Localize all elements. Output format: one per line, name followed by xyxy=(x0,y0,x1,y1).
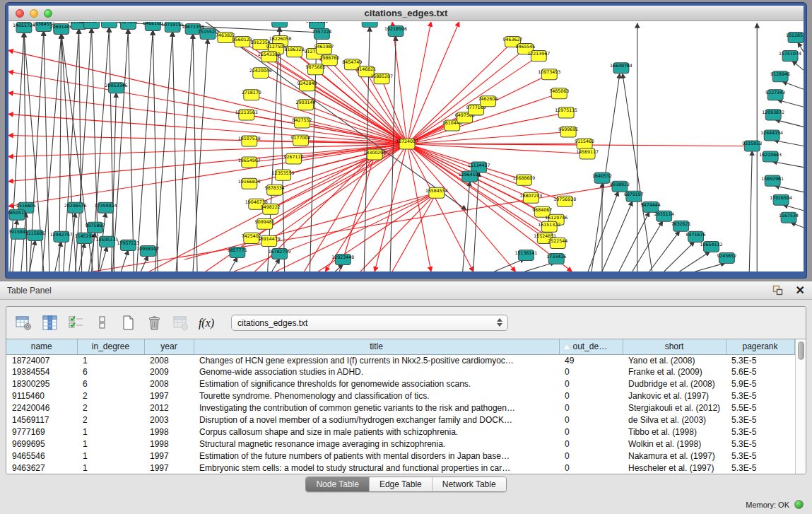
table-cell[interactable]: 1 xyxy=(77,426,144,438)
graph-node[interactable]: 7515520 xyxy=(198,29,218,40)
table-cell[interactable]: 5.3E-5 xyxy=(726,450,794,462)
graph-node[interactable]: 12213967 xyxy=(527,51,550,62)
graph-node[interactable]: 12213563 xyxy=(235,110,258,120)
graph-edge[interactable] xyxy=(407,22,431,144)
graph-node[interactable]: 2522544 xyxy=(548,238,567,248)
graph-node[interactable]: 9215953 xyxy=(742,141,762,151)
citation-network-graph[interactable]: 1872400718300295155845547463822956012389… xyxy=(8,22,804,271)
graph-node[interactable]: 9099481 xyxy=(255,218,275,229)
graph-edge[interactable] xyxy=(93,185,618,271)
graph-edge[interactable] xyxy=(791,223,804,228)
graph-node[interactable]: 15272602 xyxy=(306,22,329,29)
table-cell[interactable]: 1997 xyxy=(144,390,194,402)
graph-node[interactable]: 9975887 xyxy=(86,222,105,233)
graph-node[interactable]: 7632621 xyxy=(671,221,691,231)
graph-node[interactable]: 9875685 xyxy=(306,64,326,75)
network-table-selector[interactable]: citations_edges.txt xyxy=(231,315,508,331)
column-header-title[interactable]: title xyxy=(194,339,559,354)
graph-edge[interactable] xyxy=(772,162,804,168)
table-cell[interactable]: 2 xyxy=(77,402,144,414)
graph-edge[interactable] xyxy=(121,250,128,271)
graph-node[interactable]: 7485063 xyxy=(549,88,569,99)
graph-edge[interactable] xyxy=(588,192,618,271)
table-row[interactable]: 969969511998Structural magnetic resonanc… xyxy=(6,438,794,450)
table-cell[interactable]: 1997 xyxy=(144,462,194,474)
graph-edge[interactable] xyxy=(275,144,407,189)
table-cell[interactable]: 0 xyxy=(559,450,623,462)
graph-node[interactable]: 1527602 xyxy=(118,22,138,30)
close-panel-icon[interactable]: ✕ xyxy=(796,286,805,296)
table-cell[interactable]: 2 xyxy=(77,390,144,402)
float-panel-icon[interactable] xyxy=(770,282,787,299)
graph-edge[interactable] xyxy=(272,259,280,271)
graph-node[interactable]: 19654907 xyxy=(238,157,261,168)
graph-node[interactable]: 20053346 xyxy=(105,83,128,93)
graph-edge[interactable] xyxy=(473,173,479,271)
graph-node[interactable]: 10719155 xyxy=(161,22,184,33)
table-row[interactable]: 1456911722003Disruption of a novel membe… xyxy=(6,414,794,426)
graph-edge[interactable] xyxy=(602,201,632,271)
table-cell[interactable]: Franke et al. (2009) xyxy=(623,366,726,378)
graph-node[interactable]: 9115460 xyxy=(575,139,594,149)
graph-edge[interactable] xyxy=(153,30,158,271)
table-cell[interactable]: 0 xyxy=(559,414,623,426)
table-cell[interactable]: 2009 xyxy=(144,366,194,378)
graph-node[interactable]: 10688609 xyxy=(512,175,535,185)
table-cell[interactable]: 18300295 xyxy=(6,378,77,390)
table-row[interactable]: 1938455462009Genome-wide association stu… xyxy=(6,366,794,378)
graph-edge[interactable] xyxy=(55,242,61,271)
graph-node[interactable]: 9878334 xyxy=(265,185,285,195)
graph-node[interactable]: 2935114 xyxy=(654,211,674,221)
function-builder-icon[interactable]: f(x) xyxy=(198,315,215,332)
table-cell[interactable]: 9465546 xyxy=(6,450,77,462)
table-cell[interactable]: Hescheler et al. (1997) xyxy=(623,462,726,474)
column-header-pagerank[interactable]: pagerank xyxy=(726,339,794,354)
graph-node[interactable]: 18107538 xyxy=(238,136,261,146)
tab-edge-table[interactable]: Edge Table xyxy=(369,477,432,491)
graph-node[interactable]: 12942757 xyxy=(50,231,73,242)
table-cell[interactable]: Estimation of significance thresholds fo… xyxy=(194,378,559,390)
graph-edge[interactable] xyxy=(136,30,153,271)
graph-node[interactable]: 15885207 xyxy=(370,74,393,84)
network-window[interactable]: citations_edges.txt 18724007183002951558… xyxy=(6,3,806,278)
graph-edge[interactable] xyxy=(176,34,193,271)
graph-edge[interactable] xyxy=(335,264,343,271)
graph-node[interactable]: 15692961 xyxy=(761,175,784,186)
graph-node[interactable]: 10958107 xyxy=(136,245,159,256)
graph-edge[interactable] xyxy=(774,140,804,146)
graph-edge[interactable] xyxy=(306,105,407,144)
graph-node[interactable]: 1733426 xyxy=(546,253,566,264)
table-cell[interactable]: 2012 xyxy=(144,402,194,414)
table-cell[interactable]: 1998 xyxy=(144,426,194,438)
graph-node[interactable]: 10654112 xyxy=(700,241,723,252)
graph-node[interactable]: 6879197 xyxy=(624,191,644,201)
table-cell[interactable]: 0 xyxy=(559,462,623,474)
graph-node[interactable]: 15584554 xyxy=(425,187,448,198)
graph-node[interactable]: 8938923 xyxy=(610,181,630,192)
network-window-titlebar[interactable]: citations_edges.txt xyxy=(8,6,804,21)
zoom-window-button[interactable] xyxy=(44,9,52,18)
graph-node[interactable]: 15751074 xyxy=(779,51,801,62)
table-cell[interactable]: Yano et al. (2008) xyxy=(623,354,726,366)
graph-node[interactable]: 19166825 xyxy=(238,178,261,189)
graph-edge[interactable] xyxy=(13,220,17,271)
graph-node[interactable]: 19756928 xyxy=(553,196,576,206)
column-header-out_de[interactable]: out_de… xyxy=(559,339,623,354)
table-row[interactable]: 911546021997Tourette syndrome. Phenomeno… xyxy=(6,390,794,402)
graph-edge[interactable] xyxy=(777,100,804,107)
table-cell[interactable]: Tourette syndrome. Phenomenology and cla… xyxy=(194,390,559,402)
table-row[interactable]: 1872400712008Changes of HCN gene express… xyxy=(6,354,794,366)
graph-edge[interactable] xyxy=(649,231,680,271)
graph-node[interactable]: 17359924 xyxy=(95,202,117,213)
table-cell[interactable]: 2008 xyxy=(144,354,194,366)
table-cell[interactable]: Wolkin et al. (1998) xyxy=(623,438,726,450)
table-cell[interactable]: 5.3E-5 xyxy=(726,390,794,402)
table-cell[interactable]: Estimation of the future numbers of pati… xyxy=(194,450,559,462)
tab-node-table[interactable]: Node Table xyxy=(306,477,369,491)
graph-node[interactable]: 16914479 xyxy=(258,235,281,246)
table-cell[interactable]: 5.3E-5 xyxy=(726,354,794,366)
graph-edge[interactable] xyxy=(407,49,525,144)
column-header-year[interactable]: year xyxy=(144,339,194,354)
graph-node[interactable]: 18039035 xyxy=(98,22,121,28)
graph-node[interactable]: 9560123 xyxy=(233,37,252,47)
